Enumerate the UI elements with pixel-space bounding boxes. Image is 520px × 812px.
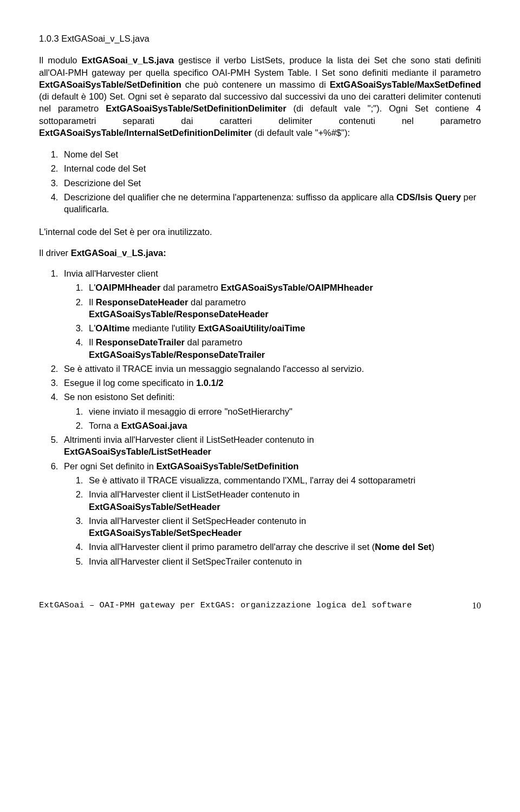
param: ExtGASoaiSysTable/OAIPMHheader <box>220 283 373 292</box>
text: L' <box>89 323 95 333</box>
text: dal parametro <box>185 337 242 347</box>
text: Invia all'Harvester client il SetSpecHea… <box>89 516 306 526</box>
text: Se non esistono Set definiti: <box>64 392 175 402</box>
term: ResponseDateTrailer <box>96 337 185 347</box>
module-name: ExtGASoai_v_LS.java <box>82 55 174 65</box>
param: ExtGASoaiSysTable/SetSpecHeader <box>89 528 242 538</box>
list-item: Per ogni Set definito in ExtGASoaiSysTab… <box>61 460 481 567</box>
text: L' <box>89 283 95 292</box>
param: ExtGASoaiSysTable/ListSetHeader <box>64 447 211 456</box>
list-item: Internal code del Set <box>61 162 481 174</box>
text: Il <box>89 337 96 347</box>
param: ExtGASoaiUtility/oaiTime <box>198 323 306 333</box>
text: Il <box>89 297 96 307</box>
sublist: L'OAIPMHheader dal parametro ExtGASoaiSy… <box>64 281 481 361</box>
term: OAItime <box>95 323 129 333</box>
text: Descrizione del qualifier che ne determi… <box>64 192 396 202</box>
text: Altrimenti invia all'Harvester client il… <box>64 435 314 444</box>
note-paragraph: L'internal code del Set è per ora inutil… <box>39 226 481 238</box>
param: ExtGASoaiSysTable/SetDefinitionDelimiter <box>106 103 286 113</box>
list-item: Esegue il log come specificato in 1.0.1/… <box>61 377 481 389</box>
list-item: Descrizione del qualifier che ne determi… <box>61 191 481 215</box>
text: dal parametro <box>188 297 245 307</box>
list-item: Invia all'Harvester client il primo para… <box>86 541 481 553</box>
list-item: Torna a ExtGASoai.java <box>86 420 481 431</box>
intro-paragraph: Il modulo ExtGASoai_v_LS.java gestisce i… <box>39 54 481 139</box>
list-item: Se è attivato il TRACE invia un messaggi… <box>61 363 481 375</box>
param: ExtGASoaiSysTable/SetDefinition <box>39 80 181 89</box>
page-number: 10 <box>472 600 482 612</box>
text: (di default vale "+%#$"): <box>252 128 350 137</box>
driver-heading: Il driver ExtGASoai_v_LS.java: <box>39 247 481 259</box>
term: ResponseDateHeader <box>96 297 188 307</box>
list-item: Se non esistono Set definiti: viene invi… <box>61 391 481 431</box>
text: mediante l'utility <box>130 323 198 333</box>
param: ExtGASoaiSysTable/MaxSetDefined <box>330 80 481 89</box>
list-item: L'OAItime mediante l'utility ExtGASoaiUt… <box>86 322 481 334</box>
text: Torna a <box>89 421 121 430</box>
param: ExtGASoaiSysTable/ResponseDateHeader <box>89 309 269 319</box>
list-item: viene inviato il mesaggio di errore "noS… <box>86 405 481 417</box>
text: Il modulo <box>39 55 82 65</box>
list-item: Invia all'Harvester client il SetSpecHea… <box>86 515 481 539</box>
param: ExtGASoaiSysTable/SetDefinition <box>157 461 299 471</box>
list-item: Descrizione del Set <box>61 177 481 189</box>
sublist: Se è attivato il TRACE visualizza, comme… <box>64 474 481 567</box>
list-item: Se è attivato il TRACE visualizza, comme… <box>86 474 481 486</box>
text: Il driver <box>39 248 71 258</box>
text: che può contenere un massimo di <box>181 80 330 89</box>
text: Invia all'Harvester client il ListSetHea… <box>89 489 300 499</box>
driver-steps: Invia all'Harvester client L'OAIPMHheade… <box>39 267 481 567</box>
module-name: ExtGASoai.java <box>121 421 187 430</box>
term: OAIPMHheader <box>95 283 160 292</box>
param: ExtGASoaiSysTable/SetHeader <box>89 502 220 512</box>
term: CDS/Isis Query <box>396 192 461 202</box>
text: dal parametro <box>160 283 220 292</box>
term: Nome del Set <box>375 542 432 552</box>
footer-text: ExtGASoai – OAI-PMH gateway per ExtGAS: … <box>39 600 412 610</box>
subparam-list: Nome del Set Internal code del Set Descr… <box>39 148 481 215</box>
list-item: Il ResponseDateHeader dal parametro ExtG… <box>86 296 481 320</box>
param: ExtGASoaiSysTable/InternalSetDefinitionD… <box>39 128 252 137</box>
list-item: Nome del Set <box>61 148 481 160</box>
list-item: Invia all'Harvester client il ListSetHea… <box>86 488 481 513</box>
list-item: Altrimenti invia all'Harvester client il… <box>61 434 481 458</box>
sublist: viene inviato il mesaggio di errore "noS… <box>64 405 481 432</box>
text: ) <box>432 542 435 552</box>
page-footer: ExtGASoai – OAI-PMH gateway per ExtGAS: … <box>39 600 481 611</box>
list-item: Invia all'Harvester client il SetSpecTra… <box>86 555 481 567</box>
list-item: L'OAIPMHheader dal parametro ExtGASoaiSy… <box>86 281 481 293</box>
text: Invia all'Harvester client <box>64 269 158 278</box>
ref: 1.0.1/2 <box>196 378 223 388</box>
text: Esegue il log come specificato in <box>64 378 196 388</box>
driver-name: ExtGASoai_v_LS.java: <box>71 248 166 258</box>
param: ExtGASoaiSysTable/ResponseDateTrailer <box>89 350 265 359</box>
text: Invia all'Harvester client il primo para… <box>89 542 375 552</box>
list-item: Invia all'Harvester client L'OAIPMHheade… <box>61 267 481 361</box>
section-heading: 1.0.3 ExtGASoai_v_LS.java <box>39 32 481 44</box>
list-item: Il ResponseDateTrailer dal parametro Ext… <box>86 336 481 361</box>
text: Per ogni Set definito in <box>64 461 157 471</box>
